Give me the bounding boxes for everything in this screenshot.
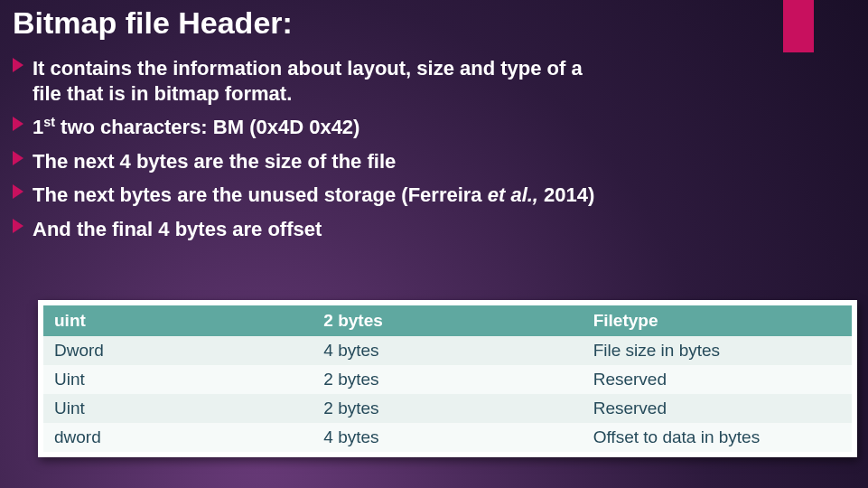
bullet-text: 2014)	[538, 183, 594, 206]
bullet-text: two characters: BM (0x4D 0x42)	[55, 116, 359, 138]
table-header-cell: Filetype	[583, 305, 852, 336]
header-table: uint 2 bytes Filetype Dword 4 bytes File…	[43, 305, 852, 452]
table-cell: Dword	[43, 336, 313, 365]
bullet-arrow-icon	[13, 151, 23, 165]
bullet-item: It contains the information about layout…	[13, 56, 597, 106]
table-cell: 4 bytes	[313, 336, 582, 365]
table-row: Uint 2 bytes Reserved	[43, 365, 852, 394]
table-header-cell: uint	[43, 305, 313, 336]
bullet-sup: st	[43, 115, 55, 129]
table-cell: Uint	[43, 394, 313, 423]
table-cell: File size in bytes	[583, 336, 852, 365]
bullet-ital: et al.,	[488, 183, 538, 206]
bullet-text: And the final 4 bytes are offset	[33, 218, 322, 240]
table-cell: 2 bytes	[313, 365, 582, 394]
bullet-text: The next 4 bytes are the size of the fil…	[33, 150, 396, 173]
table-container: uint 2 bytes Filetype Dword 4 bytes File…	[38, 300, 857, 457]
accent-bar	[783, 0, 814, 52]
bullet-list: It contains the information about layout…	[13, 56, 597, 250]
bullet-text: It contains the information about layout…	[33, 57, 583, 105]
table-cell: 4 bytes	[313, 423, 582, 452]
bullet-text: The next bytes are the unused storage (F…	[33, 183, 488, 206]
bullet-item: And the final 4 bytes are offset	[13, 217, 597, 242]
table-header-cell: 2 bytes	[313, 305, 582, 336]
table-row: Uint 2 bytes Reserved	[43, 394, 852, 423]
table-cell: dword	[43, 423, 313, 452]
table-cell: Offset to data in bytes	[583, 423, 852, 452]
table-cell: Uint	[43, 365, 313, 394]
bullet-text: 1	[33, 116, 43, 138]
slide: Bitmap file Header: It contains the info…	[0, 0, 868, 488]
table-cell: 2 bytes	[313, 394, 582, 423]
bullet-arrow-icon	[13, 58, 23, 72]
bullet-item: The next bytes are the unused storage (F…	[13, 183, 597, 208]
bullet-item: 1st two characters: BM (0x4D 0x42)	[13, 115, 597, 140]
bullet-arrow-icon	[13, 219, 23, 233]
table-row: Dword 4 bytes File size in bytes	[43, 336, 852, 365]
table-cell: Reserved	[583, 394, 852, 423]
bullet-arrow-icon	[13, 117, 23, 131]
bullet-item: The next 4 bytes are the size of the fil…	[13, 149, 597, 174]
table-row: dword 4 bytes Offset to data in bytes	[43, 423, 852, 452]
slide-title: Bitmap file Header:	[13, 5, 293, 41]
bullet-arrow-icon	[13, 184, 23, 199]
table-cell: Reserved	[583, 365, 852, 394]
table-header-row: uint 2 bytes Filetype	[43, 305, 852, 336]
